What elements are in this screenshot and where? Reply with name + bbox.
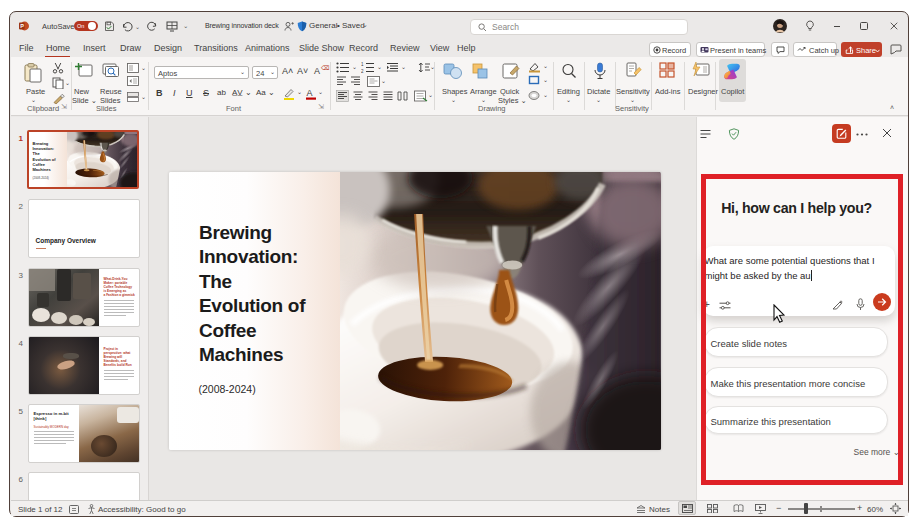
svg-text:P: P — [20, 23, 24, 29]
